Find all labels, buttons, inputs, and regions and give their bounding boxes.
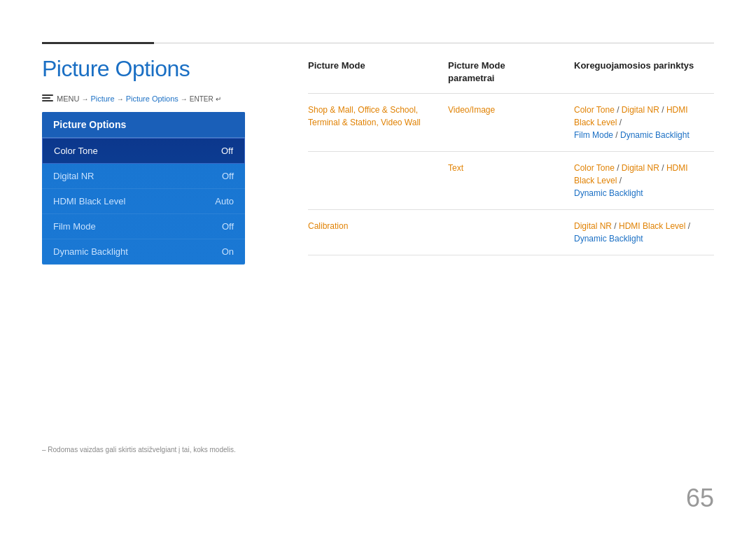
dynamic-backlight-option-3: Dynamic Backlight <box>574 234 643 244</box>
sep9: / <box>688 221 690 231</box>
arrow-icon-1: → <box>81 95 88 103</box>
menu-picture-options-link[interactable]: Picture Options <box>126 94 178 103</box>
film-mode-value: Off <box>222 221 234 232</box>
sep3: / <box>620 118 622 127</box>
table-row2-parametrai: Text <box>448 162 574 174</box>
table-row1-mode: Shop & Mall, Office & School,Terminal & … <box>308 104 448 129</box>
menu-label: MENU <box>57 94 79 103</box>
enter-icon: ENTER ↵ <box>190 95 221 103</box>
sep5: / <box>617 163 622 173</box>
hdmi-black-level-option-3: HDMI Black Level <box>619 221 685 231</box>
table-header-row: Picture Mode Picture Modeparametrai Kore… <box>308 59 714 94</box>
sep1: / <box>617 105 622 115</box>
page-title: Picture Options <box>42 56 190 82</box>
table-row-3: Calibration Digital NR / HDMI Black Leve… <box>308 210 714 255</box>
dynamic-backlight-option-1: Dynamic Backlight <box>620 130 690 140</box>
dynamic-backlight-option-2: Dynamic Backlight <box>574 188 643 198</box>
panel-item-film-mode[interactable]: Film Mode Off <box>42 214 245 239</box>
table-header-koreguojamosios: Koreguojamosios parinktys <box>574 59 714 85</box>
footer-note: – Rodomas vaizdas gali skirtis atsižvelg… <box>42 446 236 454</box>
film-mode-label: Film Mode <box>53 221 96 232</box>
sep7: / <box>620 176 622 185</box>
color-tone-value: Off <box>221 146 233 156</box>
panel-header: Picture Options <box>42 112 245 138</box>
film-mode-option-1: Film Mode <box>574 130 613 140</box>
digital-nr-option-2: Digital NR <box>622 163 659 173</box>
table-header-parametrai: Picture Modeparametrai <box>448 59 574 85</box>
arrow-icon-3: → <box>181 95 188 103</box>
table-row2-options: Color Tone / Digital NR / HDMI Black Lev… <box>574 162 714 199</box>
table-row3-mode: Calibration <box>308 220 448 232</box>
color-tone-label: Color Tone <box>54 146 98 156</box>
right-table: Picture Mode Picture Modeparametrai Kore… <box>308 59 714 255</box>
digital-nr-label: Digital NR <box>53 171 94 181</box>
table-row1-options: Color Tone / Digital NR / HDMI Black Lev… <box>574 104 714 141</box>
picture-options-panel: Picture Options Color Tone Off Digital N… <box>42 112 245 265</box>
panel-item-color-tone[interactable]: Color Tone Off <box>42 138 245 164</box>
page-number: 65 <box>686 484 714 513</box>
color-tone-option-1: Color Tone <box>574 105 615 115</box>
table-header-picture-mode: Picture Mode <box>308 59 448 85</box>
panel-item-digital-nr[interactable]: Digital NR Off <box>42 164 245 189</box>
dynamic-backlight-value: On <box>222 246 234 257</box>
panel-item-dynamic-backlight[interactable]: Dynamic Backlight On <box>42 239 245 265</box>
arrow-icon-2: → <box>117 95 124 103</box>
hdmi-black-level-label: HDMI Black Level <box>53 196 125 206</box>
top-decorative-lines <box>42 42 714 44</box>
table-row1-parametrai: Video/Image <box>448 104 574 116</box>
sep2: / <box>662 105 666 115</box>
color-tone-option-2: Color Tone <box>574 163 615 173</box>
menu-path: MENU → Picture → Picture Options → ENTER… <box>42 94 221 103</box>
menu-icon <box>42 94 53 103</box>
table-row-1: Shop & Mall, Office & School,Terminal & … <box>308 94 714 152</box>
sep6: / <box>662 163 666 173</box>
table-row-2: Text Color Tone / Digital NR / HDMI Blac… <box>308 152 714 210</box>
digital-nr-value: Off <box>222 171 234 181</box>
panel-item-hdmi-black-level[interactable]: HDMI Black Level Auto <box>42 189 245 214</box>
dynamic-backlight-label: Dynamic Backlight <box>53 246 128 257</box>
digital-nr-option-1: Digital NR <box>622 105 659 115</box>
hdmi-black-level-value: Auto <box>215 196 234 206</box>
table-row3-options: Digital NR / HDMI Black Level / Dynamic … <box>574 220 714 245</box>
digital-nr-option-3: Digital NR <box>574 221 612 231</box>
menu-picture-link[interactable]: Picture <box>90 94 114 103</box>
